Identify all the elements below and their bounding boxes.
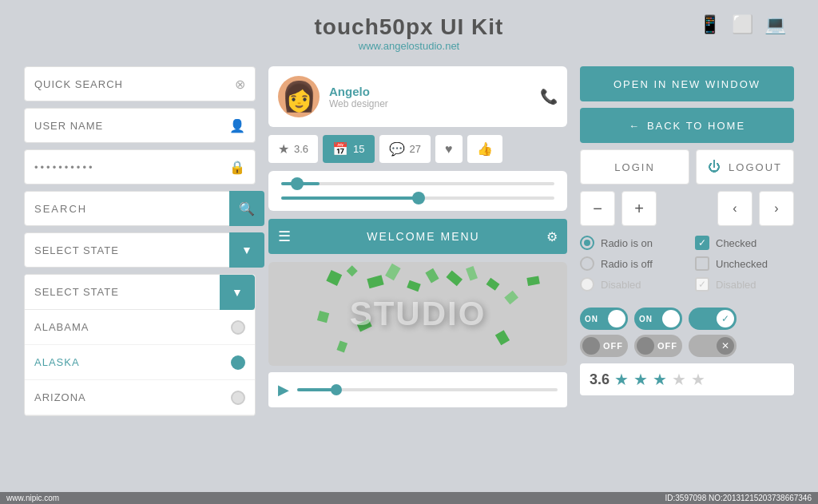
svg-rect-14	[495, 330, 510, 345]
username-row: 👤	[24, 108, 256, 143]
logout-button[interactable]: ⏻ LOGOUT	[696, 149, 794, 185]
radio-checkbox-section: Radio is on Radio is off Disabled ✓ Chec…	[580, 236, 794, 298]
toggle-3-off[interactable]: OFF	[580, 335, 628, 357]
toggle-4-handle	[637, 337, 654, 355]
quick-search-input[interactable]	[34, 78, 235, 90]
stat-messages[interactable]: 💬 27	[379, 135, 431, 163]
open-new-window-button[interactable]: OPEN IN NEW WINDOW	[580, 66, 794, 101]
slider-thumb-1[interactable]	[291, 177, 304, 190]
stats-bar: ★ 3.6 📅 15 💬 27 ♥ 👍	[268, 135, 567, 163]
checkbox-checked-indicator[interactable]: ✓	[695, 236, 709, 250]
slider-track-2[interactable]	[281, 196, 554, 200]
list-item-alaska[interactable]: ALASKA	[25, 345, 255, 380]
calendar-icon: 📅	[332, 141, 348, 157]
image-id: ID:3597098 NO:20131215203738667346	[665, 494, 812, 502]
toggle-4-label: OFF	[657, 341, 677, 351]
menu-bar[interactable]: ☰ WELCOME MENU ⚙	[268, 219, 567, 254]
login-button[interactable]: LOGIN	[580, 149, 689, 185]
toggle-x[interactable]: ✕	[689, 335, 737, 357]
toggle-2-on[interactable]: ON	[634, 308, 682, 330]
username-input[interactable]	[34, 120, 229, 132]
list-item-alabama[interactable]: ALABAMA	[25, 310, 255, 345]
main-layout: ⊗ 👤 🔒 SEARCH 🔍 SELECT STATE ▼ SELECT STA…	[0, 66, 818, 416]
slider-thumb-2[interactable]	[412, 192, 425, 204]
playback-thumb[interactable]	[331, 384, 342, 395]
search-btn-row: SEARCH 🔍	[24, 191, 256, 226]
svg-rect-5	[425, 268, 439, 284]
play-button[interactable]: ▶	[278, 381, 289, 399]
star-5[interactable]: ★	[691, 370, 705, 389]
svg-rect-6	[446, 271, 463, 287]
playback-track[interactable]	[297, 388, 558, 391]
stat-rating-value: 3.6	[294, 143, 308, 155]
checkbox-checked-item[interactable]: ✓ Checked	[695, 236, 794, 250]
next-button[interactable]: ›	[759, 191, 794, 226]
stat-calendar[interactable]: 📅 15	[323, 135, 374, 163]
radio-disabled-indicator	[580, 277, 594, 292]
svg-rect-7	[466, 266, 478, 281]
back-arrow-icon: ←	[629, 120, 641, 132]
profile-card: 👩 Angelo Web designer 📞	[268, 66, 567, 127]
select-state-dropdown[interactable]: SELECT STATE ▼	[24, 232, 256, 268]
thumbsup-icon: 👍	[477, 141, 493, 157]
search-button[interactable]: 🔍	[229, 191, 264, 226]
stat-rating[interactable]: ★ 3.6	[268, 135, 318, 163]
dropdown-header-label: SELECT STATE	[34, 286, 220, 298]
radio-on-label: Radio is on	[601, 237, 653, 249]
toggle-check[interactable]: ✓	[689, 308, 737, 330]
toggle-4-off[interactable]: OFF	[634, 335, 682, 357]
phone-icon: 📱	[699, 14, 721, 35]
decrement-button[interactable]: −	[580, 191, 615, 226]
star-2[interactable]: ★	[633, 370, 648, 389]
svg-rect-3	[385, 264, 401, 280]
dropdown-header-arrow[interactable]: ▼	[220, 275, 255, 310]
svg-rect-13	[336, 340, 347, 352]
dropdown-arrow-icon[interactable]: ▼	[229, 232, 264, 268]
radio-off-item[interactable]: Radio is off	[580, 256, 679, 271]
laptop-icon: 💻	[764, 14, 786, 35]
unchecked-label: Unchecked	[716, 258, 768, 270]
svg-rect-4	[407, 280, 420, 292]
toggle-1-on-label: ON	[585, 315, 598, 323]
quick-search-row: ⊗	[24, 66, 256, 101]
password-input[interactable]	[34, 161, 229, 173]
profile-name: Angelo	[329, 85, 540, 98]
clear-icon[interactable]: ⊗	[235, 77, 245, 92]
radio-arizona[interactable]	[231, 391, 245, 405]
gear-icon[interactable]: ⚙	[546, 229, 558, 244]
svg-rect-2	[367, 275, 383, 288]
increment-button[interactable]: +	[621, 191, 657, 226]
stat-like[interactable]: 👍	[467, 135, 502, 163]
profile-role: Web designer	[329, 98, 540, 109]
radio-off-label: Radio is off	[601, 258, 653, 270]
stat-heart[interactable]: ♥	[435, 135, 463, 163]
radio-alabama[interactable]	[231, 320, 245, 335]
toggle-2-on-label: ON	[639, 315, 653, 323]
toggle-row-1: ON ON ✓	[580, 308, 794, 330]
checkbox-unchecked-indicator[interactable]	[695, 256, 709, 271]
svg-rect-12	[526, 276, 539, 285]
back-home-button[interactable]: ← BACK TO HOME	[580, 108, 794, 143]
list-item-arizona[interactable]: ARIZONA	[25, 380, 255, 415]
page-title: touch50px UI Kit	[0, 14, 818, 40]
star-4[interactable]: ★	[672, 370, 686, 389]
prev-button[interactable]: ‹	[717, 191, 752, 226]
checked-label: Checked	[716, 237, 756, 249]
toggle-check-handle: ✓	[717, 310, 734, 327]
radio-on-item[interactable]: Radio is on	[580, 236, 679, 250]
phone-icon[interactable]: 📞	[540, 88, 558, 105]
star-3[interactable]: ★	[653, 370, 667, 389]
device-icons: 📱 ⬜ 💻	[699, 14, 786, 35]
slider-track-1[interactable]	[281, 182, 554, 185]
toggle-1-on[interactable]: ON	[580, 308, 628, 330]
checkbox-unchecked-item[interactable]: Unchecked	[695, 256, 794, 271]
radio-alaska[interactable]	[231, 355, 245, 370]
radio-off-indicator[interactable]	[580, 256, 594, 271]
hamburger-icon[interactable]: ☰	[278, 228, 291, 245]
radio-column: Radio is on Radio is off Disabled	[580, 236, 679, 298]
page-header: touch50px UI Kit www.angelostudio.net	[0, 0, 818, 58]
back-home-label: BACK TO HOME	[647, 120, 745, 132]
radio-on-indicator[interactable]	[580, 236, 594, 250]
search-label: SEARCH	[34, 203, 229, 215]
star-1[interactable]: ★	[614, 370, 629, 389]
